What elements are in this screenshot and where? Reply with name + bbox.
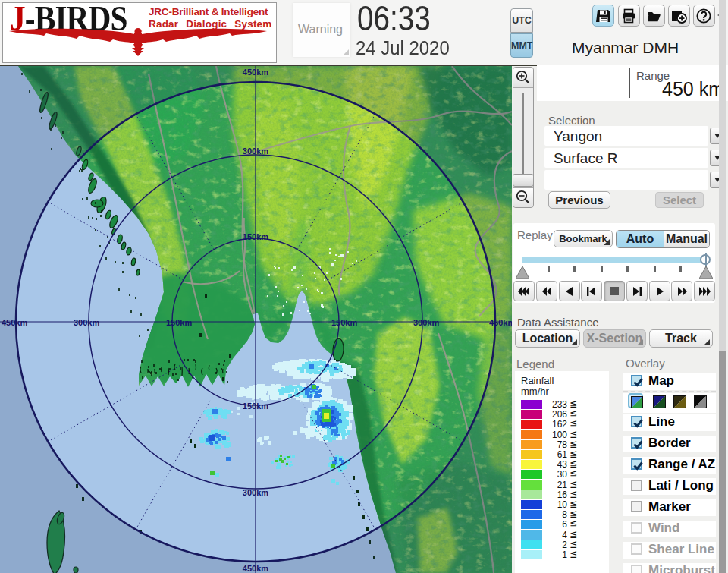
svg-text:150km: 150km [243,232,268,241]
svg-text:300km: 300km [243,146,268,156]
svg-text:150km: 150km [166,318,192,327]
svg-text:450km: 450km [489,318,512,327]
svg-text:150km: 150km [331,318,357,327]
svg-text:450km: 450km [243,68,268,77]
svg-text:150km: 150km [243,401,268,411]
svg-text:300km: 300km [243,488,268,497]
svg-text:300km: 300km [74,318,99,327]
svg-text:450km: 450km [2,318,27,327]
svg-text:300km: 300km [413,318,439,327]
svg-text:450km: 450km [243,564,268,573]
